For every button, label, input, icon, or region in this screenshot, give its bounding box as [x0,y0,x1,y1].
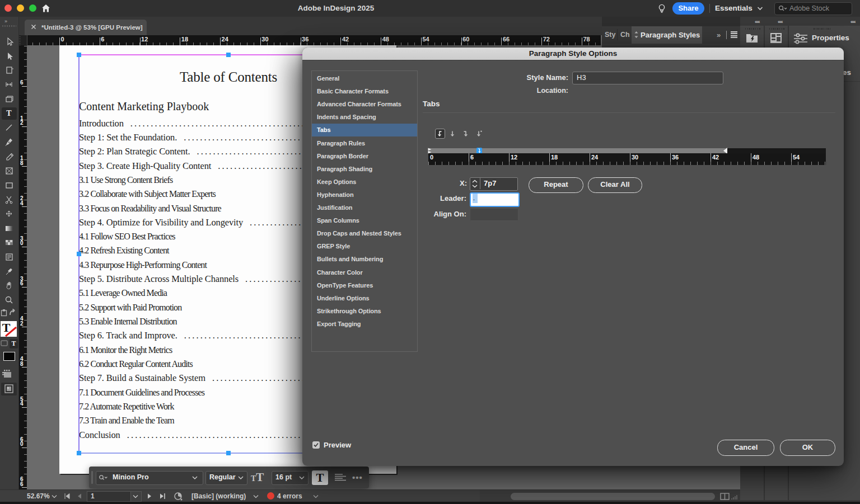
svg-text:T: T [6,109,12,117]
